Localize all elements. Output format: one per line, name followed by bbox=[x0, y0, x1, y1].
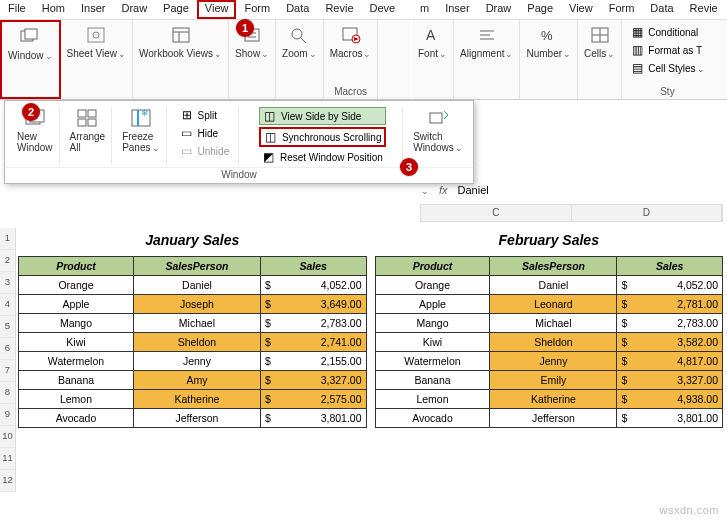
row-3[interactable]: 3 bbox=[0, 272, 15, 294]
tab2-insert[interactable]: Inser bbox=[437, 0, 477, 19]
row-12[interactable]: 12 bbox=[0, 470, 15, 492]
cell-product[interactable]: Watermelon bbox=[19, 352, 134, 371]
cell-salesperson[interactable]: Jefferson bbox=[490, 409, 617, 428]
row-10[interactable]: 10 bbox=[0, 426, 15, 448]
conditional-formatting-button[interactable]: ▦Conditional bbox=[628, 24, 706, 40]
row-11[interactable]: 11 bbox=[0, 448, 15, 470]
cell-product[interactable]: Avocado bbox=[19, 409, 134, 428]
cell-salesperson[interactable]: Jenny bbox=[133, 352, 260, 371]
cell-product[interactable]: Orange bbox=[375, 276, 490, 295]
view-side-by-side-button[interactable]: ◫View Side by Side bbox=[259, 107, 387, 125]
table-row[interactable]: OrangeDaniel$4,052.00 bbox=[375, 276, 723, 295]
formula-value[interactable]: Daniel bbox=[458, 184, 723, 196]
table-row[interactable]: BananaEmily$3,327.00 bbox=[375, 371, 723, 390]
cell-salesperson[interactable]: Sheldon bbox=[133, 333, 260, 352]
table-row[interactable]: AppleJoseph$3,649.00 bbox=[19, 295, 367, 314]
reset-window-position-button[interactable]: ◩Reset Window Position bbox=[259, 149, 387, 165]
col-c[interactable]: C bbox=[421, 205, 572, 221]
table-row[interactable]: OrangeDaniel$4,052.00 bbox=[19, 276, 367, 295]
formula-dropdown[interactable] bbox=[420, 184, 429, 196]
font-button[interactable]: A Font bbox=[418, 24, 447, 59]
cell-salesperson[interactable]: Amy bbox=[133, 371, 260, 390]
table-row[interactable]: KiwiSheldon$2,741.00 bbox=[19, 333, 367, 352]
workbook-views-button[interactable]: Workbook Views bbox=[139, 24, 222, 59]
cell-sales[interactable]: $4,052.00 bbox=[260, 276, 366, 295]
cell-salesperson[interactable]: Leonard bbox=[490, 295, 617, 314]
row-5[interactable]: 5 bbox=[0, 316, 15, 338]
cell-product[interactable]: Apple bbox=[375, 295, 490, 314]
table-row[interactable]: WatermelonJenny$2,155.00 bbox=[19, 352, 367, 371]
tab-page[interactable]: Page bbox=[155, 0, 197, 19]
cell-salesperson[interactable]: Jefferson bbox=[133, 409, 260, 428]
tab2-data[interactable]: Data bbox=[642, 0, 681, 19]
cell-sales[interactable]: $2,741.00 bbox=[260, 333, 366, 352]
table-row[interactable]: BananaAmy$3,327.00 bbox=[19, 371, 367, 390]
col-d[interactable]: D bbox=[572, 205, 723, 221]
cell-sales[interactable]: $3,801.00 bbox=[617, 409, 723, 428]
arrange-all-button[interactable]: Arrange All bbox=[70, 107, 106, 153]
table-row[interactable]: LemonKatherine$2,575.00 bbox=[19, 390, 367, 409]
cell-sales[interactable]: $2,783.00 bbox=[260, 314, 366, 333]
macros-button[interactable]: Macros bbox=[330, 24, 372, 59]
cell-salesperson[interactable]: Michael bbox=[490, 314, 617, 333]
cell-salesperson[interactable]: Emily bbox=[490, 371, 617, 390]
tab-view[interactable]: View bbox=[197, 0, 237, 19]
freeze-panes-button[interactable]: ❄ Freeze Panes bbox=[122, 107, 159, 153]
hide-button[interactable]: ▭Hide bbox=[177, 125, 233, 141]
tab2-home[interactable]: m bbox=[412, 0, 437, 19]
cell-product[interactable]: Banana bbox=[19, 371, 134, 390]
cell-salesperson[interactable]: Katherine bbox=[133, 390, 260, 409]
zoom-button[interactable]: Zoom bbox=[282, 24, 317, 59]
table-row[interactable]: MangoMichael$2,783.00 bbox=[375, 314, 723, 333]
cell-product[interactable]: Mango bbox=[19, 314, 134, 333]
row-6[interactable]: 6 bbox=[0, 338, 15, 360]
table-row[interactable]: AppleLeonard$2,781.00 bbox=[375, 295, 723, 314]
cell-salesperson[interactable]: Joseph bbox=[133, 295, 260, 314]
cell-salesperson[interactable]: Daniel bbox=[490, 276, 617, 295]
cell-product[interactable]: Orange bbox=[19, 276, 134, 295]
cell-product[interactable]: Apple bbox=[19, 295, 134, 314]
cell-sales[interactable]: $2,783.00 bbox=[617, 314, 723, 333]
sheet-view-button[interactable]: Sheet View bbox=[67, 24, 126, 59]
table-row[interactable]: AvocadoJefferson$3,801.00 bbox=[375, 409, 723, 428]
tab-data[interactable]: Data bbox=[278, 0, 317, 19]
table-row[interactable]: WatermelonJenny$4,817.00 bbox=[375, 352, 723, 371]
table-row[interactable]: MangoMichael$2,783.00 bbox=[19, 314, 367, 333]
table-row[interactable]: KiwiSheldon$3,582.00 bbox=[375, 333, 723, 352]
cell-product[interactable]: Kiwi bbox=[19, 333, 134, 352]
cell-salesperson[interactable]: Daniel bbox=[133, 276, 260, 295]
cell-product[interactable]: Avocado bbox=[375, 409, 490, 428]
tab2-view[interactable]: View bbox=[561, 0, 601, 19]
cell-salesperson[interactable]: Katherine bbox=[490, 390, 617, 409]
row-8[interactable]: 8 bbox=[0, 382, 15, 404]
cell-product[interactable]: Mango bbox=[375, 314, 490, 333]
alignment-button[interactable]: Alignment bbox=[460, 24, 513, 59]
row-9[interactable]: 9 bbox=[0, 404, 15, 426]
cell-sales[interactable]: $3,649.00 bbox=[260, 295, 366, 314]
synchronous-scrolling-button[interactable]: ◫Synchronous Scrolling bbox=[259, 127, 387, 147]
tab-insert[interactable]: Inser bbox=[73, 0, 113, 19]
tab-review[interactable]: Revie bbox=[317, 0, 361, 19]
format-as-table-button[interactable]: ▥Format as T bbox=[628, 42, 706, 58]
cell-sales[interactable]: $3,582.00 bbox=[617, 333, 723, 352]
cell-styles-button[interactable]: ▤Cell Styles bbox=[628, 60, 706, 76]
cell-product[interactable]: Kiwi bbox=[375, 333, 490, 352]
tab-developer[interactable]: Deve bbox=[362, 0, 404, 19]
switch-windows-button[interactable]: Switch Windows bbox=[413, 107, 463, 153]
row-7[interactable]: 7 bbox=[0, 360, 15, 382]
tab-home[interactable]: Hom bbox=[34, 0, 73, 19]
cell-salesperson[interactable]: Michael bbox=[133, 314, 260, 333]
fx-icon[interactable]: fx bbox=[439, 184, 448, 196]
tab2-review[interactable]: Revie bbox=[682, 0, 726, 19]
cell-sales[interactable]: $3,327.00 bbox=[260, 371, 366, 390]
cell-product[interactable]: Lemon bbox=[19, 390, 134, 409]
row-1[interactable]: 1 bbox=[0, 228, 15, 250]
window-button[interactable]: Window bbox=[8, 26, 53, 61]
table-row[interactable]: AvocadoJefferson$3,801.00 bbox=[19, 409, 367, 428]
unhide-button[interactable]: ▭Unhide bbox=[177, 143, 233, 159]
cell-sales[interactable]: $3,801.00 bbox=[260, 409, 366, 428]
tab2-draw[interactable]: Draw bbox=[478, 0, 520, 19]
cell-sales[interactable]: $4,817.00 bbox=[617, 352, 723, 371]
cell-product[interactable]: Banana bbox=[375, 371, 490, 390]
cell-sales[interactable]: $2,781.00 bbox=[617, 295, 723, 314]
